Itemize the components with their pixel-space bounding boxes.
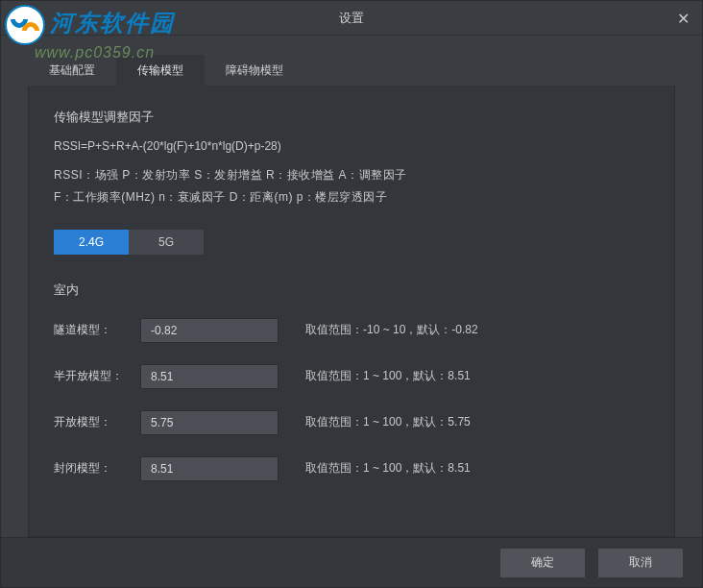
indoor-title: 室内 (54, 282, 649, 299)
input-open-model[interactable] (140, 410, 279, 435)
cancel-button[interactable]: 取消 (598, 549, 683, 577)
dialog-title: 设置 (339, 10, 364, 27)
transmission-panel: 传输模型调整因子 RSSI=P+S+R+A-(20*lg(F)+10*n*lg(… (28, 86, 675, 537)
band-2-4g-button[interactable]: 2.4G (54, 230, 129, 255)
section-title: 传输模型调整因子 (54, 109, 649, 126)
legend-line-1: RSSI：场强 P：发射功率 S：发射增益 R：接收增益 A：调整因子 (54, 164, 649, 186)
dialog-content: 基础配置 传输模型 障碍物模型 传输模型调整因子 RSSI=P+S+R+A-(2… (1, 36, 702, 537)
tabs: 基础配置 传输模型 障碍物模型 (28, 55, 675, 86)
titlebar: 设置 ✕ (1, 1, 702, 36)
rssi-formula: RSSI=P+S+R+A-(20*lg(F)+10*n*lg(D)+p-28) (54, 139, 649, 153)
label-tunnel-model: 隧道模型： (54, 322, 140, 338)
input-closed-model[interactable] (140, 456, 279, 481)
close-icon: ✕ (677, 10, 690, 28)
hint-open-model: 取值范围：1 ~ 100，默认：5.75 (305, 414, 471, 430)
label-semi-open-model: 半开放模型： (54, 368, 140, 384)
label-closed-model: 封闭模型： (54, 460, 140, 477)
settings-dialog: 设置 ✕ 基础配置 传输模型 障碍物模型 传输模型调整因子 RSSI=P+S+R… (0, 0, 703, 588)
band-5g-button[interactable]: 5G (129, 230, 204, 255)
row-tunnel-model: 隧道模型： 取值范围：-10 ~ 10，默认：-0.82 (54, 318, 649, 343)
tab-transmission-model[interactable]: 传输模型 (116, 55, 205, 86)
input-tunnel-model[interactable] (140, 318, 279, 343)
row-open-model: 开放模型： 取值范围：1 ~ 100，默认：5.75 (54, 410, 649, 435)
label-open-model: 开放模型： (54, 414, 140, 430)
dialog-footer: 确定 取消 (1, 537, 702, 587)
row-closed-model: 封闭模型： 取值范围：1 ~ 100，默认：8.51 (54, 456, 649, 481)
hint-semi-open-model: 取值范围：1 ~ 100，默认：8.51 (305, 368, 471, 384)
ok-button[interactable]: 确定 (500, 549, 585, 577)
tab-basic-config[interactable]: 基础配置 (28, 55, 116, 86)
tab-obstacle-model[interactable]: 障碍物模型 (205, 55, 304, 86)
input-semi-open-model[interactable] (140, 364, 279, 389)
hint-tunnel-model: 取值范围：-10 ~ 10，默认：-0.82 (305, 322, 478, 338)
row-semi-open-model: 半开放模型： 取值范围：1 ~ 100，默认：8.51 (54, 364, 649, 389)
close-button[interactable]: ✕ (664, 1, 702, 36)
band-toggle: 2.4G 5G (54, 230, 649, 255)
hint-closed-model: 取值范围：1 ~ 100，默认：8.51 (305, 460, 471, 477)
legend-line-2: F：工作频率(MHz) n：衰减因子 D：距离(m) p：楼层穿透因子 (54, 186, 649, 208)
